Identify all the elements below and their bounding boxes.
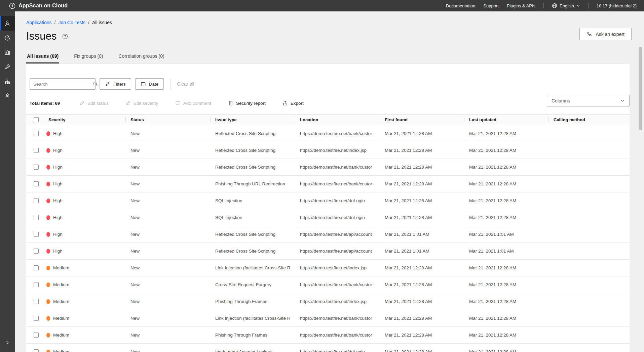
row-checkbox-cell [26,232,44,237]
table-row[interactable]: Medium New Inadequate Account Lockout ht… [26,344,630,352]
table-row[interactable]: High New SQL Injection https://demo.test… [26,192,630,209]
tab-fix-groups[interactable]: Fix groups (0) [73,50,104,63]
header-calling-method[interactable]: Calling method [549,117,630,122]
filters-button[interactable]: Filters [100,78,131,90]
table-row[interactable]: Medium New Phishing Through Frames https… [26,293,630,310]
row-checkbox-cell [26,131,44,136]
row-checkbox[interactable] [34,215,39,220]
row-checkbox[interactable] [34,282,39,287]
nav-documentation[interactable]: Documentation [446,3,475,8]
row-checkbox[interactable] [34,181,39,186]
cell-severity: High [44,232,126,237]
table-row[interactable]: High New Reflected Cross Site Scripting … [26,159,630,176]
table-row[interactable]: High New SQL Injection https://demo.test… [26,209,630,226]
severity-label: High [53,181,63,186]
row-checkbox[interactable] [34,131,39,136]
cell-severity: Medium [44,316,126,321]
sidebar-item-scans[interactable] [0,31,15,45]
row-checkbox[interactable] [34,249,39,254]
severity-dot-icon [46,148,50,153]
row-checkbox[interactable] [34,165,39,170]
row-checkbox-cell [26,165,44,170]
row-checkbox[interactable] [34,299,39,304]
cell-issue-type: Phishing Through Frames [211,299,295,304]
breadcrumb-application-name[interactable]: Jon Co Tests [58,20,85,25]
table-header-row: Severity Status Issue type Location Firs… [26,115,630,125]
table-row[interactable]: High New Reflected Cross Site Scripting … [26,125,630,142]
sitemap-icon [4,78,11,85]
vertical-scrollbar-thumb[interactable] [639,47,642,130]
cell-first-found: Mar 21, 2021 12:28 AM [380,198,464,203]
header-severity[interactable]: Severity [44,117,126,122]
cell-location: https://demo.testfire.net/index.jsp [295,299,380,304]
severity-dot-icon [46,199,50,203]
table-row[interactable]: High New Reflected Cross Site Scripting … [26,243,630,260]
date-button[interactable]: Date [135,78,164,90]
select-all-checkbox[interactable] [34,117,39,122]
account-label[interactable]: 18 17 (hidden trial 2) [597,3,639,8]
tab-correlation-groups[interactable]: Correlation groups (0) [118,50,165,63]
sidebar-item-applications[interactable] [0,16,15,31]
columns-select[interactable]: Columns [547,95,630,106]
severity-dot-icon [46,249,50,254]
help-icon[interactable] [62,34,68,39]
row-checkbox[interactable] [34,148,39,153]
export-button[interactable]: Export [282,100,304,106]
sidebar-item-reports[interactable] [0,45,15,59]
severity-label: High [53,148,63,153]
severity-label: High [53,215,63,220]
brand: AppScan on Cloud [0,3,68,9]
language-selector[interactable]: English [552,3,580,8]
header-status[interactable]: Status [126,117,211,122]
security-report-button[interactable]: Security report [228,100,266,106]
cell-issue-type: Reflected Cross Site Scripting [211,131,295,136]
table-row[interactable]: High New Reflected Cross Site Scripting … [26,142,630,159]
cell-last-updated: Mar 21, 2021 12:28 AM [464,131,549,136]
header-divider [588,3,589,8]
row-checkbox-cell [26,333,44,338]
row-checkbox[interactable] [34,232,39,237]
row-checkbox[interactable] [34,349,39,352]
clear-all-link[interactable]: Clear all [177,81,194,87]
nav-support[interactable]: Support [483,3,499,8]
header-first-found[interactable]: First found [380,117,464,122]
severity-dot-icon [46,333,50,338]
cell-last-updated: Mar 21, 2021 12:28 AM [464,282,549,287]
header-issue-type[interactable]: Issue type [211,117,295,122]
row-checkbox[interactable] [34,316,39,321]
sidebar-item-account[interactable] [0,88,15,103]
cell-severity: High [44,198,126,203]
table-row[interactable]: High New Reflected Cross Site Scripting … [26,226,630,243]
header-last-updated[interactable]: Last updated [464,117,549,122]
table-row[interactable]: High New Phishing Through URL Redirectio… [26,176,630,192]
sidebar-expand-button[interactable] [0,337,15,349]
cell-issue-type: Inadequate Account Lockout [211,349,295,352]
table-row[interactable]: Medium New Cross-Site Request Forgery ht… [26,276,630,293]
search-input[interactable] [33,82,93,87]
table-row[interactable]: Medium New Link Injection (facilitates C… [26,260,630,276]
cell-first-found: Mar 21, 2021 12:28 AM [380,165,464,170]
severity-dot-icon [46,282,50,287]
cell-severity: High [44,165,126,170]
row-checkbox[interactable] [34,333,39,338]
edit-status-button[interactable]: Edit status [79,100,109,106]
table-row[interactable]: Medium New Phishing Through Frames https… [26,327,630,344]
ask-expert-button[interactable]: Ask an expert [579,28,632,40]
cell-location: https://demo.testfire.net/bank/custor [295,282,380,287]
severity-dot-icon [46,165,50,170]
breadcrumb-applications[interactable]: Applications [26,20,52,25]
header-location[interactable]: Location [295,117,380,122]
sidebar-item-tools[interactable] [0,59,15,74]
severity-label: High [53,198,63,203]
edit-severity-button[interactable]: Edit severity [125,100,158,106]
row-checkbox[interactable] [34,198,39,203]
nav-plugins-apis[interactable]: Plugins & APIs [507,3,535,8]
severity-dot-icon [46,131,50,136]
tab-all-issues[interactable]: All issues (69) [26,50,59,63]
add-comment-button[interactable]: Add comment [175,100,211,106]
sidebar-item-organization[interactable] [0,74,15,88]
row-checkbox[interactable] [34,265,39,270]
search-icon [93,81,98,87]
table-row[interactable]: Medium New Link Injection (facilitates C… [26,310,630,327]
edit-severity-label: Edit severity [134,101,158,106]
